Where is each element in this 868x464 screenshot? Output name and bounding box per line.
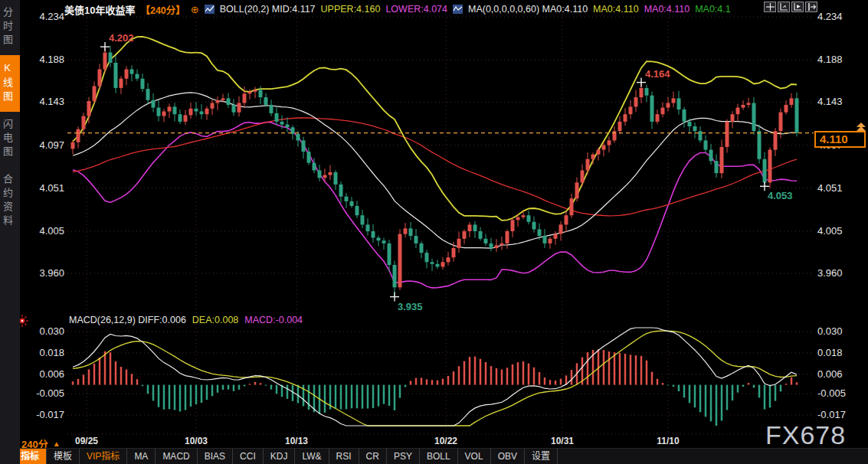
sidebar-item-time-chart[interactable]: 分时图	[0, 0, 20, 55]
ma-green-value: MA0:4.1	[695, 4, 731, 15]
macd-diff-value: MACD(26,12,9) DIFF:0.006	[69, 315, 186, 325]
ma-chart-icon[interactable]	[453, 5, 463, 14]
chart-app-window: 4.2344.2344.1884.1884.1434.1434.0974.097…	[0, 0, 868, 464]
boll-lower-value: LOWER:4.074	[385, 4, 447, 15]
axis-scale-tool-icon[interactable]	[778, 2, 790, 12]
crosshair-tool-icon[interactable]	[764, 2, 776, 12]
sidebar-item-contract-info[interactable]: 合约资料	[0, 167, 20, 236]
ma-yellow-value: MA0:4.110	[593, 4, 639, 15]
tab-cr[interactable]: CR	[359, 449, 387, 464]
axis-play-tool-icon[interactable]	[791, 2, 804, 12]
tab-vol[interactable]: VOL	[458, 449, 491, 464]
boll-mid-value: BOLL(20,2) MID:4.117	[220, 4, 316, 15]
tab-boll[interactable]: BOLL	[420, 449, 458, 464]
macd-legend: MACD(26,12,9) DIFF:0.006 DEA:0.008 MACD:…	[69, 315, 303, 325]
tab-rsi[interactable]: RSI	[329, 449, 359, 464]
exit-panel-tool-icon[interactable]	[805, 2, 817, 12]
tab-obv[interactable]: OBV	[491, 449, 525, 464]
tab-settings[interactable]: 设置	[525, 449, 558, 464]
tab-macd[interactable]: MACD	[156, 449, 197, 464]
tab-kdj[interactable]: KDJ	[264, 449, 296, 464]
sidebar-item-flash-chart[interactable]: 闪电图	[0, 112, 20, 167]
period-badge[interactable]: 【240分】	[140, 2, 185, 17]
tab-template[interactable]: 模板	[47, 449, 80, 464]
symbol-title: 美债10年收益率	[64, 2, 135, 17]
sidebar: 分时图K线图闪电图合约资料	[0, 0, 20, 464]
ma-first-value: MA(0,0,0,0,0,60) MA0:4.110	[468, 4, 588, 15]
indicator-tabbar: 指标模板VIP指标MAMACDBIASCCIKDJLW&RSICRPSYBOLL…	[0, 448, 868, 464]
macd-dea-value: DEA:0.008	[192, 315, 238, 325]
sidebar-item-kline-chart[interactable]: K线图	[0, 55, 20, 112]
macd-value: MACD:-0.004	[244, 315, 303, 325]
fx678-watermark: FX678	[765, 420, 846, 450]
tab-bias[interactable]: BIAS	[198, 449, 233, 464]
tab-psy[interactable]: PSY	[387, 449, 420, 464]
last-price-badge: 4.110	[814, 131, 866, 148]
boll-upper-value: UPPER:4.160	[321, 4, 381, 15]
add-indicator-icon[interactable]: ⊕	[191, 4, 199, 15]
boll-chart-icon[interactable]	[205, 5, 215, 14]
tab-vip-indicator[interactable]: VIP指标	[80, 449, 127, 464]
chart-toolbar	[764, 2, 817, 12]
tab-lw[interactable]: LW&	[295, 449, 329, 464]
chart-header-legend: 美债10年收益率 【240分】 ⊕ BOLL(20,2) MID:4.117 U…	[64, 2, 731, 16]
tab-ma[interactable]: MA	[127, 449, 156, 464]
chevron-up-icon: ▲	[53, 439, 61, 448]
tab-cci[interactable]: CCI	[233, 449, 264, 464]
ma-magenta-value: MA0:4.110	[644, 4, 690, 15]
